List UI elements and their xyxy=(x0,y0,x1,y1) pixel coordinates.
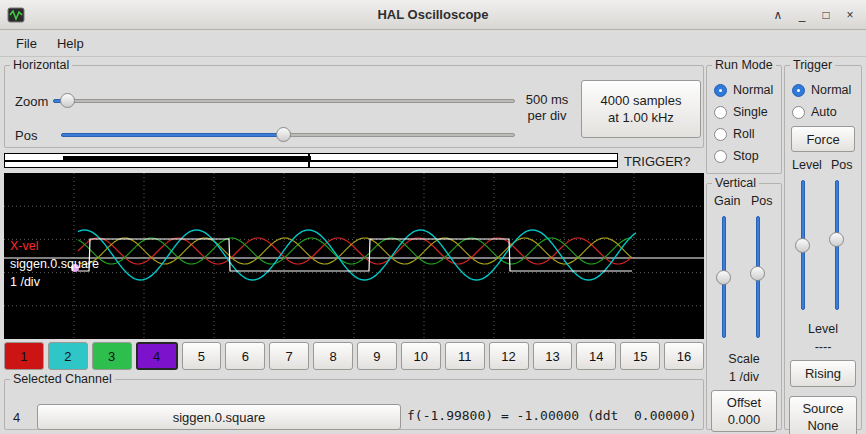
trigger-edge-button[interactable]: Rising xyxy=(790,360,856,387)
radio-label: Auto xyxy=(811,105,837,119)
channel-button-11[interactable]: 11 xyxy=(445,342,485,370)
titlebar[interactable]: HAL Oscilloscope ∧ _ □ × xyxy=(0,0,866,30)
selected-channel-number: 4 xyxy=(13,410,20,425)
maximize-icon[interactable]: □ xyxy=(816,5,836,25)
menu-help[interactable]: Help xyxy=(47,33,94,54)
zoom-slider-track xyxy=(53,99,515,103)
slider-knob[interactable] xyxy=(716,270,731,285)
trigger-pos-slider[interactable] xyxy=(829,180,845,310)
channel-button-1[interactable]: 1 xyxy=(4,342,44,370)
vertical-group: Vertical Gain Pos Scale 1 /div Offset 0.… xyxy=(706,176,782,430)
vertical-pos-slider[interactable] xyxy=(750,216,766,338)
zoom-slider-knob[interactable] xyxy=(60,93,75,108)
time-per-div: 500 ms per div xyxy=(517,92,577,124)
time-per-div-value: 500 ms xyxy=(517,92,577,108)
vertical-scale-value: 1 /div xyxy=(707,370,781,384)
vertical-gain-label: Gain xyxy=(714,194,740,208)
trigger-radio-auto[interactable]: Auto xyxy=(792,104,837,120)
scope-label-channel-name: siggen.0.square xyxy=(10,257,99,271)
radio-icon xyxy=(714,150,727,163)
radio-label: Normal xyxy=(733,83,773,97)
radio-label: Roll xyxy=(733,127,755,141)
slider-knob[interactable] xyxy=(750,266,765,281)
selected-channel-group-label: Selected Channel xyxy=(10,372,115,386)
channel-button-9[interactable]: 9 xyxy=(357,342,397,370)
vertical-offset-value: 0.000 xyxy=(728,411,761,428)
trigger-status-label: TRIGGER? xyxy=(624,154,704,169)
vertical-scale-caption: Scale xyxy=(707,352,781,366)
scope-label-xvel: X-vel xyxy=(10,239,38,253)
minimize-icon[interactable]: _ xyxy=(792,5,812,25)
window-title: HAL Oscilloscope xyxy=(0,7,866,22)
vertical-pos-label: Pos xyxy=(751,194,773,208)
shade-icon[interactable]: ∧ xyxy=(768,5,788,25)
scope-display[interactable]: X-vel siggen.0.square 1 /div xyxy=(4,173,704,339)
slider-knob[interactable] xyxy=(795,238,810,253)
channel-button-row: 1 2 3 4 5 6 7 8 9 10 11 12 13 14 15 16 xyxy=(4,342,704,370)
radio-label: Single xyxy=(733,105,768,119)
pos-slider-fill xyxy=(61,133,283,137)
trigger-source-label: Source xyxy=(802,400,843,417)
vertical-group-label: Vertical xyxy=(712,176,759,190)
runmode-radio-normal[interactable]: Normal xyxy=(714,82,773,98)
channel-button-4[interactable]: 4 xyxy=(136,342,178,370)
channel-button-14[interactable]: 14 xyxy=(576,342,616,370)
channel-button-16[interactable]: 16 xyxy=(664,342,704,370)
vertical-gain-slider[interactable] xyxy=(716,216,732,338)
channel-button-15[interactable]: 15 xyxy=(620,342,660,370)
trigger-radio-normal[interactable]: Normal xyxy=(792,82,851,98)
channel-button-2[interactable]: 2 xyxy=(48,342,88,370)
menu-file[interactable]: File xyxy=(6,33,47,54)
vertical-offset-button[interactable]: Offset 0.000 xyxy=(711,390,777,432)
channel-button-13[interactable]: 13 xyxy=(533,342,573,370)
channel-button-12[interactable]: 12 xyxy=(489,342,529,370)
radio-icon xyxy=(714,106,727,119)
hal-oscilloscope-window: HAL Oscilloscope ∧ _ □ × File Help Horiz… xyxy=(0,0,866,434)
selected-channel-name-button[interactable]: siggen.0.square xyxy=(37,404,401,430)
channel-button-8[interactable]: 8 xyxy=(313,342,353,370)
window-controls: ∧ _ □ × xyxy=(768,0,860,30)
close-icon[interactable]: × xyxy=(840,5,860,25)
channel-button-10[interactable]: 10 xyxy=(401,342,441,370)
channel-button-3[interactable]: 3 xyxy=(92,342,132,370)
scope-waveforms xyxy=(4,173,704,339)
samples-button[interactable]: 4000 samples at 1.00 kHz xyxy=(581,80,701,138)
channel-button-6[interactable]: 6 xyxy=(225,342,265,370)
radio-icon xyxy=(714,84,727,97)
trigger-group-label: Trigger xyxy=(790,58,835,72)
radio-icon xyxy=(792,106,805,119)
trigger-source-value: None xyxy=(807,417,838,434)
trigger-source-button[interactable]: Source None xyxy=(789,396,857,434)
pos-label: Pos xyxy=(15,128,37,143)
record-cursor[interactable] xyxy=(308,153,310,168)
trigger-level-slider[interactable] xyxy=(795,180,811,310)
force-button[interactable]: Force xyxy=(791,126,855,152)
pos-slider-knob[interactable] xyxy=(276,127,291,142)
slider-knob[interactable] xyxy=(829,232,844,247)
channel-button-5[interactable]: 5 xyxy=(182,342,222,370)
selected-channel-group: Selected Channel 4 siggen.0.square f(-1.… xyxy=(4,372,704,430)
trigger-level-caption: Level xyxy=(785,322,861,336)
zoom-label: Zoom xyxy=(15,94,48,109)
radio-label: Stop xyxy=(733,149,759,163)
horizontal-group-label: Horizontal xyxy=(10,58,72,72)
channel-button-7[interactable]: 7 xyxy=(269,342,309,370)
trigger-level-value: ---- xyxy=(785,340,861,354)
record-window-segment xyxy=(63,156,311,161)
zoom-slider[interactable] xyxy=(53,93,515,109)
samples-count: 4000 samples xyxy=(601,92,682,109)
radio-label: Normal xyxy=(811,83,851,97)
record-view-bar[interactable] xyxy=(4,153,618,168)
channel-value-readout: f(-1.99800) = -1.00000 (ddt 0.00000) xyxy=(407,408,697,423)
runmode-radio-single[interactable]: Single xyxy=(714,104,768,120)
run-mode-group: Run Mode Normal Single Roll Stop xyxy=(706,58,782,174)
menubar: File Help xyxy=(0,30,866,57)
radio-icon xyxy=(792,84,805,97)
trigger-group: Trigger Normal Auto Force Level Pos Leve… xyxy=(784,58,862,430)
samples-rate: at 1.00 kHz xyxy=(608,109,674,126)
scope-label-scale: 1 /div xyxy=(10,275,40,289)
runmode-radio-roll[interactable]: Roll xyxy=(714,126,755,142)
pos-slider[interactable] xyxy=(61,127,515,143)
vertical-offset-label: Offset xyxy=(727,394,761,411)
runmode-radio-stop[interactable]: Stop xyxy=(714,148,759,164)
